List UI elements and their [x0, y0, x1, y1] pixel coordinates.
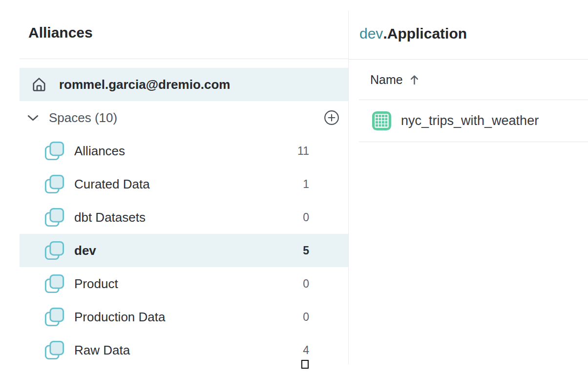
space-item-count: 0: [303, 211, 309, 224]
dataset-name: nyc_trips_with_weather: [401, 113, 539, 128]
add-space-button[interactable]: [324, 110, 339, 125]
space-layers-icon: [44, 141, 64, 161]
dremio-catalog-screen: Alliances rommel.garcia@dremio.com: [0, 0, 588, 376]
catalog-tree: rommel.garcia@dremio.com Spaces (10): [20, 68, 348, 367]
home-item[interactable]: rommel.garcia@dremio.com: [20, 68, 348, 101]
space-item-count: 0: [303, 311, 309, 324]
breadcrumb-parent-link[interactable]: dev: [359, 25, 383, 42]
space-layers-icon: [44, 307, 64, 327]
space-item[interactable]: Product 0: [20, 267, 348, 300]
breadcrumb: dev.Application: [359, 25, 467, 42]
plus-circle-icon: [324, 110, 339, 125]
space-item-label: Production Data: [74, 310, 165, 325]
page-title: Alliances: [28, 24, 93, 41]
divider: [20, 59, 348, 59]
home-item-label: rommel.garcia@dremio.com: [59, 77, 230, 92]
space-item-count: 1: [303, 178, 309, 191]
dataset-table-icon: [371, 110, 392, 131]
space-layers-icon: [44, 207, 64, 228]
space-item[interactable]: Curated Data 1: [20, 167, 348, 201]
breadcrumb-separator: .: [383, 25, 387, 42]
space-item-label: dbt Datasets: [74, 210, 146, 225]
space-item-label: Product: [74, 276, 118, 292]
divider: [359, 142, 588, 142]
spaces-section-label: Spaces (10): [49, 110, 117, 125]
space-item[interactable]: dbt Datasets 0: [20, 201, 348, 234]
space-item[interactable]: Production Data 0: [20, 300, 348, 334]
left-panel: Alliances rommel.garcia@dremio.com: [0, 0, 348, 376]
space-item-count: 0: [303, 277, 309, 291]
spaces-section-header[interactable]: Spaces (10): [20, 101, 348, 134]
dataset-row[interactable]: nyc_trips_with_weather: [349, 100, 588, 142]
space-layers-icon: [44, 273, 64, 294]
arrow-up-icon[interactable]: [410, 74, 419, 85]
space-item[interactable]: Raw Data 4: [20, 334, 348, 367]
missing-glyph-box: [301, 360, 309, 369]
home-icon: [30, 76, 48, 93]
breadcrumb-current: Application: [387, 25, 467, 42]
chevron-down-icon: [27, 114, 39, 122]
column-header-name[interactable]: Name: [370, 73, 403, 87]
space-item-label: dev: [74, 243, 96, 258]
space-item-count: 11: [297, 145, 309, 158]
space-layers-icon: [44, 240, 64, 261]
space-item-count: 4: [303, 344, 309, 357]
space-item-label: Curated Data: [74, 177, 150, 192]
space-layers-icon: [44, 174, 64, 194]
space-item-count: 5: [303, 244, 309, 257]
table-header-row: Name: [349, 60, 588, 100]
space-item-label: Raw Data: [74, 343, 130, 358]
right-panel: dev.Application Name: [349, 0, 588, 376]
space-item[interactable]: dev 5: [20, 234, 348, 267]
space-item[interactable]: Alliances 11: [20, 134, 348, 167]
space-layers-icon: [44, 340, 64, 360]
space-item-label: Alliances: [74, 144, 125, 159]
